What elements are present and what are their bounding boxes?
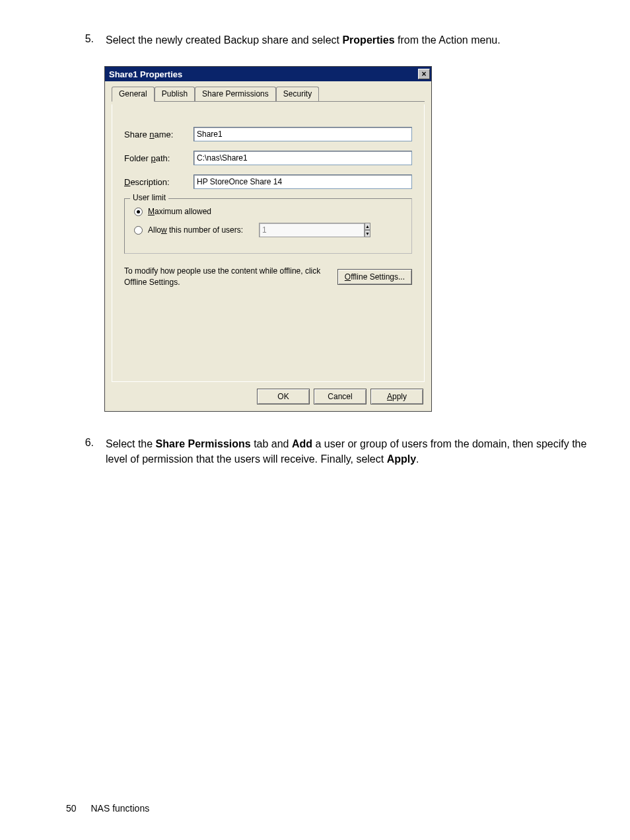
r2a: Allo [148,225,161,235]
radio-allow-icon [134,226,143,235]
tab-general[interactable]: General [112,87,155,102]
dialog-footer: OK Cancel Apply [112,382,425,404]
s6b1: Share Permissions [156,438,251,449]
step5-after: from the Action menu. [395,34,501,46]
step-number: 6. [66,437,106,467]
ap1: A [387,392,392,401]
apply-button[interactable]: Apply [370,389,423,404]
tab-share-permissions[interactable]: Share Permissions [195,87,276,101]
tab-security[interactable]: Security [276,87,319,101]
l3a: D [124,177,130,187]
step-number: 5. [66,33,106,48]
row-description: Description: [124,174,412,189]
radio-max-allowed[interactable]: Maximum allowed [134,207,402,216]
row-share-name: Share name: [124,127,412,141]
share-name-input[interactable] [193,127,412,141]
spinner-input [259,223,365,237]
label-description: Description: [124,177,193,187]
ob1: O [345,272,351,282]
page-footer: 50 NAS functions [66,803,149,814]
dialog-title: Share1 Properties [109,69,182,79]
section-title: NAS functions [90,803,149,814]
l3b: escription: [130,177,169,187]
radio-max-icon [134,208,143,216]
offline-text: To modify how people use the content whi… [124,266,322,288]
offline-settings-button[interactable]: Offline Settings... [337,269,412,285]
tab-strip: General Publish Share Permissions Securi… [112,87,425,102]
r1a: M [148,207,155,216]
description-input[interactable] [193,174,412,189]
step-text: Select the newly created Backup share an… [106,33,590,48]
label-share-name: Share name: [124,130,193,139]
spinner-up-icon[interactable]: ▲ [365,223,370,230]
user-count-spinner[interactable]: ▲ ▼ [259,223,300,237]
tab-publish[interactable]: Publish [155,87,195,101]
row-folder-path: Folder path: [124,151,412,165]
title-bar: Share1 Properties × [105,67,431,81]
spinner-buttons[interactable]: ▲ ▼ [365,223,370,237]
user-limit-title: User limit [130,193,168,202]
s6t1: Select the [106,438,156,449]
radio-allow-number[interactable]: Allow this number of users: ▲ ▼ [134,223,402,237]
l1a: Share [124,130,149,139]
step-text: Select the Share Permissions tab and Add… [106,437,590,467]
ob2: ffline Settings... [351,272,405,282]
close-button[interactable]: × [418,69,430,79]
r2c: this number of users: [167,225,243,235]
step5-bold: Properties [342,34,394,46]
label-folder-path: Folder path: [124,153,193,163]
l2a: Folder [124,153,151,163]
ok-button[interactable]: OK [257,389,310,404]
dialog-container: Share1 Properties × General Publish Shar… [104,66,590,412]
l2c: ath: [156,153,170,163]
page-number: 50 [66,803,77,814]
tab-panel-general: Share name: Folder path: Description: [112,104,425,382]
l1c: ame: [155,130,174,139]
user-limit-group: User limit Maximum allowed Allow this nu… [124,198,412,254]
l1b: n [149,130,154,139]
folder-path-input[interactable] [193,151,412,165]
step-5: 5. Select the newly created Backup share… [66,33,590,48]
l2b: p [151,153,155,163]
dialog-body: General Publish Share Permissions Securi… [105,81,431,411]
properties-dialog: Share1 Properties × General Publish Shar… [104,66,432,412]
step5-before: Select the newly created Backup share an… [106,34,342,46]
r2b: w [161,225,167,235]
spinner-down-icon[interactable]: ▼ [365,230,370,237]
s6t4: . [416,453,419,465]
ap2: pply [392,392,407,401]
step-6: 6. Select the Share Permissions tab and … [66,437,590,467]
offline-row: To modify how people use the content whi… [124,266,412,288]
cancel-button[interactable]: Cancel [314,389,367,404]
s6b3: Apply [387,453,416,465]
r1b: aximum allowed [155,207,211,216]
s6b2: Add [292,438,312,449]
s6t2: tab and [251,438,292,449]
